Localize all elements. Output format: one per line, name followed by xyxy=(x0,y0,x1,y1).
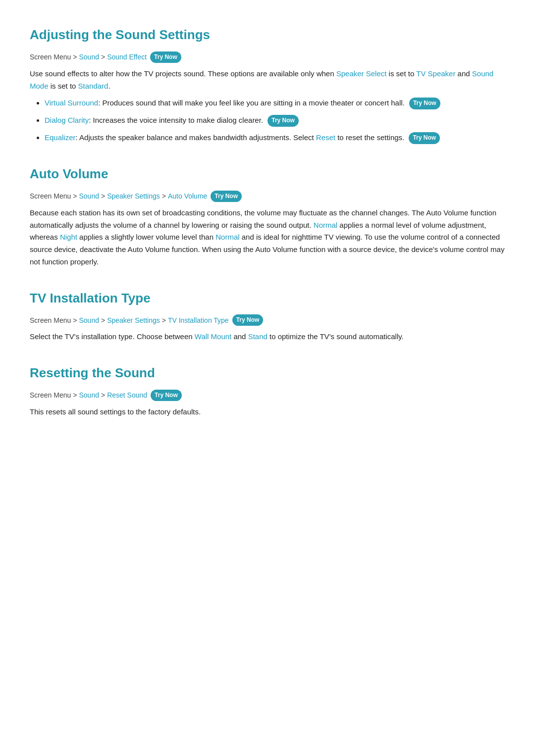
breadcrumb-tv-installation: Screen Menu > Sound > Speaker Settings >… xyxy=(30,314,505,326)
section-resetting-sound: Resetting the Sound Screen Menu > Sound … xyxy=(30,363,505,418)
separator-5: > xyxy=(162,191,166,202)
breadcrumb-auto-volume[interactable]: Auto Volume xyxy=(168,191,207,202)
link-night[interactable]: Night xyxy=(60,233,77,241)
breadcrumb-screen-menu-2: Screen Menu xyxy=(30,191,71,202)
breadcrumb-speaker-settings-1[interactable]: Speaker Settings xyxy=(107,191,160,202)
body-text-resetting-sound: This resets all sound settings to the fa… xyxy=(30,406,505,418)
term-equalizer[interactable]: Equalizer xyxy=(45,133,76,142)
link-normal-1[interactable]: Normal xyxy=(314,221,337,229)
breadcrumb-sound-1[interactable]: Sound xyxy=(79,51,99,62)
try-now-badge-tv-installation[interactable]: Try Now xyxy=(232,314,264,326)
section-title-resetting-sound: Resetting the Sound xyxy=(30,363,505,384)
try-now-badge-resetting-sound[interactable]: Try Now xyxy=(151,390,182,401)
body-text-adjusting-sound: Use sound effects to alter how the TV pr… xyxy=(30,68,505,93)
try-now-badge-1[interactable]: Try Now xyxy=(150,51,181,63)
separator-1: > xyxy=(73,51,77,62)
breadcrumb-sound-3[interactable]: Sound xyxy=(79,315,99,326)
breadcrumb-screen-menu-4: Screen Menu xyxy=(30,390,71,401)
breadcrumb-reset-sound[interactable]: Reset Sound xyxy=(107,390,147,401)
bullet-dialog-clarity: Dialog Clarity: Increases the voice inte… xyxy=(45,114,505,127)
breadcrumb-sound-effect[interactable]: Sound Effect xyxy=(107,51,147,62)
breadcrumb-tv-installation-type[interactable]: TV Installation Type xyxy=(168,315,229,326)
separator-4: > xyxy=(101,191,105,202)
separator-9: > xyxy=(73,390,77,401)
breadcrumb-sound-2[interactable]: Sound xyxy=(79,191,99,202)
section-tv-installation: TV Installation Type Screen Menu > Sound… xyxy=(30,288,505,344)
link-speaker-select[interactable]: Speaker Select xyxy=(336,69,387,78)
bullet-equalizer: Equalizer: Adjusts the speaker balance a… xyxy=(45,132,505,144)
section-title-adjusting-sound: Adjusting the Sound Settings xyxy=(30,25,505,46)
link-normal-2[interactable]: Normal xyxy=(215,233,239,241)
link-stand[interactable]: Stand xyxy=(248,332,268,341)
section-auto-volume: Auto Volume Screen Menu > Sound > Speake… xyxy=(30,164,505,268)
try-now-badge-auto-volume[interactable]: Try Now xyxy=(211,191,242,202)
breadcrumb-sound-4[interactable]: Sound xyxy=(79,390,99,401)
bullets-adjusting-sound: Virtual Surround: Produces sound that wi… xyxy=(45,97,505,144)
breadcrumb-screen-menu-3: Screen Menu xyxy=(30,315,71,326)
link-reset-equalizer[interactable]: Reset xyxy=(316,133,335,142)
breadcrumb-auto-volume: Screen Menu > Sound > Speaker Settings >… xyxy=(30,191,505,202)
link-wall-mount[interactable]: Wall Mount xyxy=(195,332,231,341)
try-now-badge-virtual-surround[interactable]: Try Now xyxy=(409,98,440,109)
term-dialog-clarity[interactable]: Dialog Clarity xyxy=(45,116,89,124)
separator-7: > xyxy=(101,315,105,326)
separator-3: > xyxy=(73,191,77,202)
breadcrumb-screen-menu: Screen Menu xyxy=(30,51,71,62)
body-text-auto-volume: Because each station has its own set of … xyxy=(30,207,505,268)
section-title-auto-volume: Auto Volume xyxy=(30,164,505,185)
breadcrumb-adjusting-sound: Screen Menu > Sound > Sound Effect Try N… xyxy=(30,51,505,63)
separator-6: > xyxy=(73,315,77,326)
term-virtual-surround[interactable]: Virtual Surround xyxy=(45,99,98,107)
breadcrumb-resetting-sound: Screen Menu > Sound > Reset Sound Try No… xyxy=(30,390,505,401)
separator-2: > xyxy=(101,51,105,62)
bullet-virtual-surround: Virtual Surround: Produces sound that wi… xyxy=(45,97,505,109)
separator-8: > xyxy=(162,315,166,326)
breadcrumb-speaker-settings-2[interactable]: Speaker Settings xyxy=(107,315,160,326)
link-tv-speaker[interactable]: TV Speaker xyxy=(416,69,455,78)
section-adjusting-sound: Adjusting the Sound Settings Screen Menu… xyxy=(30,25,505,144)
body-text-tv-installation: Select the TV's installation type. Choos… xyxy=(30,331,505,343)
separator-10: > xyxy=(101,390,105,401)
try-now-badge-dialog-clarity[interactable]: Try Now xyxy=(268,115,299,127)
link-standard[interactable]: Standard xyxy=(78,82,108,90)
section-title-tv-installation: TV Installation Type xyxy=(30,288,505,309)
try-now-badge-equalizer[interactable]: Try Now xyxy=(409,132,440,144)
